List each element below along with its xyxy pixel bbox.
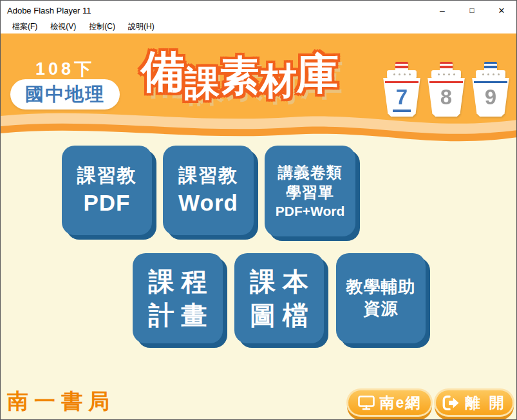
subject-badge: 國中地理	[10, 79, 120, 110]
publisher-logo: 南一書局	[7, 387, 115, 416]
ship-window-dot	[453, 73, 455, 75]
ship-window-dot	[409, 73, 411, 75]
app-window: Adobe Flash Player 11 – □ ✕ 檔案(F) 檢視(V) …	[0, 0, 517, 420]
button-label-line: 課習教	[178, 164, 238, 188]
menu-bar: 檔案(F) 檢視(V) 控制(C) 說明(H)	[1, 20, 516, 33]
ship-deck-icon	[476, 70, 505, 79]
grade-number-8: 8	[440, 86, 452, 108]
menu-item-help[interactable]: 說明(H)	[122, 21, 161, 32]
ship-window-dot	[448, 73, 450, 75]
exit-button-label: 離 開	[465, 393, 506, 413]
grade-number-9: 9	[485, 86, 496, 108]
ship-window-dot	[482, 73, 484, 75]
ship-window-dot	[438, 73, 440, 75]
semester-label: 108下	[10, 57, 120, 81]
grade-number-7: 7	[393, 86, 411, 112]
button-label-line: 課習教	[77, 164, 137, 188]
button-label-line: 教學輔助	[346, 276, 416, 298]
ship-window-dot	[393, 73, 395, 75]
ship-window-dot	[443, 73, 445, 75]
ship-window-dot	[498, 73, 500, 75]
teaching-aids-button[interactable]: 教學輔助 資源	[336, 253, 426, 343]
ship-window-dot	[487, 73, 489, 75]
subject-label: 國中地理	[25, 82, 105, 108]
button-label-line: 課本	[250, 265, 315, 298]
ship-stripe	[474, 81, 508, 83]
exit-button[interactable]: 離 開	[436, 390, 512, 415]
button-label-line: 計畫	[149, 298, 214, 332]
ship-hull-icon: 8	[427, 78, 465, 117]
ship-deck-icon	[387, 70, 417, 79]
ship-deck-icon	[431, 70, 461, 79]
grade-selector: 7 8 9	[382, 62, 510, 117]
flash-stage: 108下 國中地理 備課素材庫 7	[1, 33, 516, 420]
button-label-line: 圖檔	[250, 298, 315, 332]
textbook-pdf-button[interactable]: 課習教 PDF	[62, 146, 152, 235]
maximize-button[interactable]: □	[457, 1, 487, 20]
minimize-button[interactable]: –	[428, 1, 457, 20]
window-title: Adobe Flash Player 11	[1, 6, 91, 15]
close-button[interactable]: ✕	[487, 1, 516, 20]
ship-window-dot	[399, 73, 400, 75]
monitor-icon	[358, 396, 375, 410]
grade-ship-8[interactable]: 8	[427, 62, 465, 117]
button-label-line: 資源	[364, 298, 399, 320]
ship-window-dot	[493, 73, 494, 75]
textbook-images-button[interactable]: 課本 圖檔	[234, 253, 324, 343]
grade-ship-9[interactable]: 9	[471, 62, 510, 117]
curriculum-plan-button[interactable]: 課程 計畫	[133, 253, 223, 343]
button-label-line: PDF	[84, 188, 131, 218]
website-button[interactable]: 南e網	[348, 390, 431, 415]
window-controls: – □ ✕	[428, 1, 516, 20]
title-bar: Adobe Flash Player 11 – □ ✕	[1, 1, 516, 20]
page-title: 備課素材庫	[141, 43, 386, 100]
textbook-word-button[interactable]: 課習教 Word	[163, 146, 254, 235]
button-label-line: 課程	[149, 265, 214, 298]
website-button-label: 南e網	[380, 393, 422, 413]
ship-hull-icon: 7	[382, 78, 421, 117]
grade-ship-7[interactable]: 7	[382, 62, 421, 117]
button-label-line: Word	[178, 188, 238, 218]
handouts-worksheets-button[interactable]: 講義卷類 學習單 PDF+Word	[265, 146, 355, 236]
button-label-line: PDF+Word	[276, 202, 345, 220]
ship-window-dot	[404, 73, 406, 75]
button-label-line: 學習單	[286, 182, 334, 202]
ship-stripe	[429, 81, 464, 83]
ship-stripe	[385, 81, 419, 83]
ship-hull-icon: 9	[471, 78, 510, 117]
exit-arrow-icon	[442, 395, 460, 411]
menu-item-file[interactable]: 檔案(F)	[6, 21, 44, 32]
menu-item-control[interactable]: 控制(C)	[82, 21, 122, 32]
button-label-line: 講義卷類	[278, 162, 343, 182]
menu-item-view[interactable]: 檢視(V)	[44, 21, 82, 32]
